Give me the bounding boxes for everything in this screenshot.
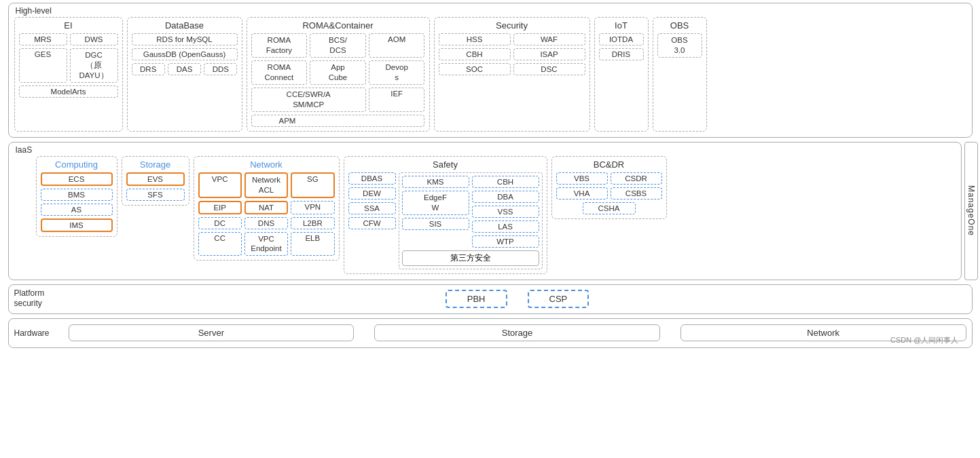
item-VPCEndpoint: VPCEndpoint bbox=[244, 232, 288, 256]
cat-Storage-title: Storage bbox=[126, 159, 185, 170]
item-APM: APM bbox=[251, 115, 425, 127]
item-DBAS: DBAS bbox=[348, 172, 396, 185]
cat-Safety: Safety DBAS DEW SSA CFW bbox=[344, 156, 547, 274]
item-SFS: SFS bbox=[126, 189, 185, 201]
cat-Network-iaas-title: Network bbox=[198, 159, 335, 170]
iaas-label: IaaS bbox=[14, 145, 34, 155]
cat-OBS-title: OBS bbox=[657, 20, 702, 31]
item-IOTDA: IOTDA bbox=[599, 33, 644, 45]
hardware-section: Hardware Server Storage Network bbox=[8, 318, 973, 348]
hw-Server: Server bbox=[69, 324, 355, 341]
item-SIS: SIS bbox=[402, 218, 469, 230]
item-DSC: DSC bbox=[513, 63, 585, 75]
item-VPN: VPN bbox=[291, 201, 334, 214]
item-GaussDB: GaussDB (OpenGauss) bbox=[132, 48, 238, 60]
item-DDS: DDS bbox=[204, 63, 237, 75]
item-DAS: DAS bbox=[168, 63, 201, 75]
item-OBS30: OBS3.0 bbox=[657, 33, 702, 58]
iaas-section: IaaS Computing ECS BMS AS IMS Storage bbox=[8, 142, 962, 280]
manageone-label: ManageOne bbox=[966, 185, 976, 236]
manageone-bar: ManageOne bbox=[964, 142, 978, 280]
hardware-label: Hardware bbox=[14, 328, 50, 338]
item-SSA: SSA bbox=[348, 202, 396, 214]
item-Devops: Devops bbox=[369, 60, 425, 85]
item-NetworkACL: NetworkACL bbox=[244, 172, 288, 198]
highlevel-inner: EI MRS DWS GES DGC（原DAYU） ModelArts Data… bbox=[14, 17, 966, 132]
item-KMS: KMS bbox=[402, 176, 469, 188]
iaas-inner: Computing ECS BMS AS IMS Storage EVS SFS bbox=[36, 156, 956, 274]
item-DBA: DBA bbox=[472, 191, 539, 203]
cat-Safety-title: Safety bbox=[348, 159, 543, 170]
item-GES: GES bbox=[19, 48, 67, 83]
item-WTP: WTP bbox=[472, 235, 539, 248]
item-MRS: MRS bbox=[19, 33, 67, 45]
item-EIP: EIP bbox=[198, 201, 242, 214]
platform-section: Platform security PBH CSP bbox=[8, 284, 973, 314]
item-ECS: ECS bbox=[41, 172, 113, 186]
item-SG: SG bbox=[291, 172, 334, 198]
item-DGC: DGC（原DAYU） bbox=[70, 48, 118, 83]
item-CSBS: CSBS bbox=[611, 187, 662, 199]
cat-ROMA-title: ROMA&Container bbox=[251, 20, 425, 31]
item-CFW: CFW bbox=[348, 217, 396, 229]
item-VBS: VBS bbox=[556, 172, 608, 185]
item-L2BR: L2BR bbox=[291, 217, 334, 229]
item-HSS: HSS bbox=[439, 33, 511, 45]
platform-label: Platform security bbox=[14, 288, 45, 309]
item-ModelArts: ModelArts bbox=[19, 85, 118, 98]
watermark: CSDN @人间闲事人 bbox=[890, 335, 958, 345]
item-PBH: PBH bbox=[446, 290, 507, 308]
item-NAT: NAT bbox=[244, 201, 288, 214]
highlevel-section: High-level EI MRS DWS GES DGC（原DAYU） Mod… bbox=[8, 3, 973, 138]
hw-Storage: Storage bbox=[374, 324, 660, 341]
item-CSP: CSP bbox=[528, 290, 589, 308]
item-DRS: DRS bbox=[132, 63, 165, 75]
item-IEF: IEF bbox=[369, 88, 425, 112]
cat-DataBase-title: DataBase bbox=[132, 20, 238, 31]
item-DRIS: DRIS bbox=[599, 48, 644, 60]
item-VHA: VHA bbox=[556, 187, 608, 199]
cat-BCDR: BC&DR VBS CSDR VHA CSBS CSHA bbox=[551, 156, 667, 219]
cat-IoT-title: IoT bbox=[599, 20, 644, 31]
item-AOM: AOM bbox=[369, 33, 425, 58]
cat-ROMA: ROMA&Container ROMAFactory BCS/DCS AOM R… bbox=[247, 17, 430, 132]
item-CCE: CCE/SWR/ASM/MCP bbox=[251, 88, 366, 112]
item-thirdParty: 第三方安全 bbox=[402, 250, 539, 266]
item-AS: AS bbox=[41, 204, 113, 216]
cat-Computing-title: Computing bbox=[41, 159, 113, 170]
item-IMS: IMS bbox=[41, 218, 113, 232]
cat-OBS: OBS OBS3.0 bbox=[653, 17, 707, 132]
item-CSHA: CSHA bbox=[583, 202, 636, 214]
item-ROMAConnect: ROMAConnect bbox=[251, 60, 308, 85]
item-ROMAFactory: ROMAFactory bbox=[251, 33, 308, 58]
item-DEW: DEW bbox=[348, 187, 396, 199]
cat-DataBase: DataBase RDS for MySQL GaussDB (OpenGaus… bbox=[127, 17, 242, 132]
cat-BCDR-title: BC&DR bbox=[556, 159, 662, 170]
item-CSDR: CSDR bbox=[611, 172, 662, 185]
cat-Computing: Computing ECS BMS AS IMS bbox=[36, 156, 117, 237]
cat-Network-iaas: Network VPC NetworkACL SG EIP NAT VPN DC… bbox=[194, 156, 340, 261]
cat-Security-title: Security bbox=[439, 20, 585, 31]
item-LAS: LAS bbox=[472, 221, 539, 233]
item-CBH-sec: CBH bbox=[439, 48, 511, 60]
item-AppCube: AppCube bbox=[310, 60, 366, 85]
item-CC: CC bbox=[198, 232, 242, 256]
item-CBH-safety: CBH bbox=[472, 176, 539, 188]
platform-inner: PBH CSP bbox=[69, 290, 966, 308]
item-DNS: DNS bbox=[244, 217, 288, 229]
item-VSS: VSS bbox=[472, 206, 539, 218]
highlevel-label: High-level bbox=[14, 6, 53, 16]
cat-EI-title: EI bbox=[19, 20, 118, 31]
item-DWS: DWS bbox=[70, 33, 118, 45]
item-BMS: BMS bbox=[41, 189, 113, 201]
item-VPC: VPC bbox=[198, 172, 242, 198]
item-ISAP: ISAP bbox=[513, 48, 585, 60]
cat-Storage-iaas: Storage EVS SFS bbox=[122, 156, 189, 206]
item-EVS: EVS bbox=[126, 172, 185, 186]
item-DC: DC bbox=[198, 217, 242, 229]
item-BCSDCS: BCS/DCS bbox=[310, 33, 366, 58]
item-SOC: SOC bbox=[439, 63, 511, 75]
item-RDS: RDS for MySQL bbox=[132, 33, 238, 45]
item-EdgeFW: EdgeFW bbox=[402, 191, 469, 215]
item-ELB: ELB bbox=[291, 232, 334, 256]
